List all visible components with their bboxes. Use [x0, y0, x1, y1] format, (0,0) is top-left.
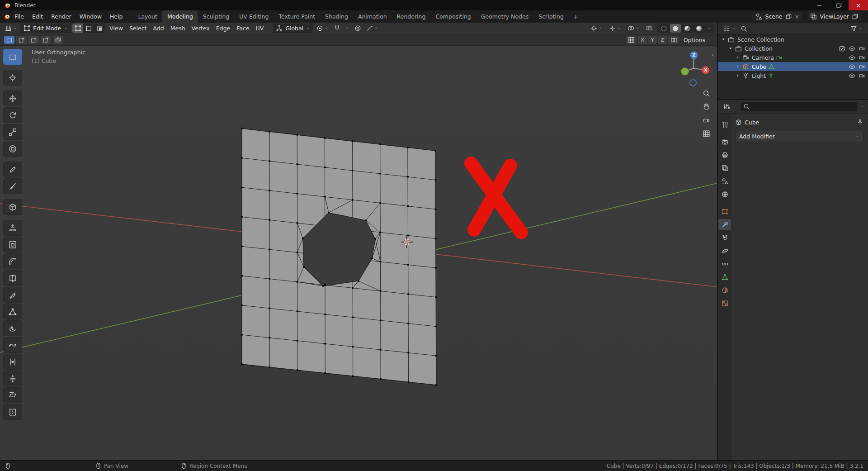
properties-tab-view-layer[interactable] — [718, 162, 731, 174]
disable-in-renders-toggle[interactable] — [859, 54, 865, 61]
tool-rip-region[interactable] — [3, 404, 22, 420]
editor-type-button[interactable] — [3, 24, 19, 33]
properties-tab-render[interactable] — [718, 136, 731, 147]
menubar-menu-help[interactable]: Help — [106, 10, 127, 23]
expander-icon[interactable] — [735, 55, 741, 60]
properties-tab-object-data[interactable] — [718, 271, 731, 283]
disable-in-renders-toggle[interactable] — [859, 45, 865, 52]
hide-in-viewport-toggle[interactable] — [849, 54, 855, 61]
tool-spin[interactable] — [3, 320, 22, 336]
hide-in-viewport-toggle[interactable] — [849, 63, 855, 70]
mirror-icon[interactable] — [669, 36, 679, 44]
minimize-button[interactable] — [810, 0, 829, 10]
camera-view-button[interactable] — [700, 114, 712, 126]
properties-tab-world[interactable] — [718, 189, 731, 200]
unlink-scene-icon[interactable]: × — [795, 13, 800, 20]
disable-in-renders-toggle[interactable] — [859, 63, 865, 70]
workspace-tab-animation[interactable]: Animation — [353, 10, 392, 23]
tool-poly-build[interactable] — [3, 304, 22, 319]
mode-dropdown[interactable]: Edit Mode — [20, 24, 71, 33]
viewport-3d[interactable]: ZX User Orthographic (1) Cube ‹ — [0, 46, 717, 461]
shading-rendered-button[interactable] — [693, 24, 704, 33]
tool-rotate[interactable] — [3, 107, 22, 123]
pin-icon[interactable] — [857, 119, 863, 126]
symmetry-toggle-x[interactable]: X — [638, 36, 647, 44]
expander-icon[interactable] — [721, 37, 726, 42]
show-gizmo-button[interactable] — [607, 24, 623, 33]
properties-tab-constraints[interactable] — [718, 258, 731, 270]
outliner-row-light[interactable]: Light — [718, 71, 868, 80]
collection-checkbox[interactable] — [839, 45, 845, 52]
blender-menu-icon[interactable] — [4, 13, 10, 20]
workspace-tab-scripting[interactable]: Scripting — [533, 10, 569, 23]
properties-tab-modifiers[interactable] — [718, 219, 731, 230]
perspective-toggle-button[interactable] — [700, 128, 712, 139]
transform-orientation-dropdown[interactable]: Global — [273, 24, 313, 33]
expander-icon[interactable] — [735, 64, 741, 69]
menubar-menu-file[interactable]: File — [10, 10, 28, 23]
viewport-menu-edge[interactable]: Edge — [213, 23, 233, 34]
tool-extrude-region[interactable] — [3, 220, 22, 236]
tool-add-cube[interactable] — [3, 199, 22, 215]
select-mode-subtract-button[interactable] — [28, 36, 39, 44]
properties-editor-type-button[interactable] — [722, 102, 737, 111]
navigation-gizmo[interactable]: ZX — [681, 52, 710, 86]
properties-search[interactable] — [741, 102, 857, 111]
close-button[interactable]: × — [849, 0, 868, 10]
outliner-row-cube[interactable]: Cube — [718, 62, 868, 71]
pan-view-button[interactable] — [700, 100, 712, 112]
workspace-tab-shading[interactable]: Shading — [320, 10, 353, 23]
outliner-row-collection[interactable]: Collection — [718, 44, 868, 53]
tool-annotate[interactable] — [3, 162, 22, 177]
expander-icon[interactable] — [728, 46, 733, 51]
outliner-row-scene-collection[interactable]: Scene Collection — [718, 35, 868, 44]
workspace-tab-uv-editing[interactable]: UV Editing — [234, 10, 274, 23]
properties-tab-scene[interactable] — [718, 176, 731, 187]
select-mode-intersect-button[interactable] — [53, 36, 63, 44]
zoom-view-button[interactable] — [700, 87, 712, 99]
sidebar-collapse-arrow[interactable]: ‹ — [712, 51, 714, 58]
add-workspace-button[interactable]: + — [569, 13, 583, 20]
show-overlays-button[interactable] — [626, 24, 642, 33]
menubar-menu-render[interactable]: Render — [47, 10, 75, 23]
tool-edge-slide[interactable] — [3, 354, 22, 370]
view-layer-selector[interactable]: ViewLayer — [807, 12, 862, 21]
workspace-tab-texture-paint[interactable]: Texture Paint — [274, 10, 320, 23]
pivot-point-button[interactable] — [315, 24, 330, 33]
outliner-editor-type-button[interactable] — [722, 24, 737, 33]
mesh-symmetry-icon[interactable] — [626, 36, 637, 44]
hide-in-viewport-toggle[interactable] — [849, 45, 855, 52]
viewport-menu-uv[interactable]: UV — [253, 23, 267, 34]
tool-cursor[interactable] — [3, 70, 22, 86]
shading-material-button[interactable] — [682, 24, 693, 33]
tool-inset-faces[interactable] — [3, 237, 22, 252]
tool-move[interactable] — [3, 90, 22, 106]
properties-tab-object[interactable] — [718, 206, 731, 217]
symmetry-toggle-y[interactable]: Y — [648, 36, 657, 44]
menubar-menu-edit[interactable]: Edit — [28, 10, 47, 23]
proportional-editing-button[interactable] — [353, 24, 363, 33]
select-mode-invert-button[interactable] — [41, 36, 51, 44]
properties-tab-physics[interactable] — [718, 245, 731, 257]
expander-icon[interactable] — [735, 73, 741, 78]
select-mode-extend-button[interactable] — [16, 36, 27, 44]
viewport-menu-select[interactable]: Select — [126, 23, 150, 34]
xray-toggle-button[interactable] — [644, 24, 655, 33]
tool-shrink-fatten[interactable] — [3, 371, 22, 386]
tool-loop-cut[interactable] — [3, 270, 22, 286]
edge-select-mode-button[interactable] — [83, 24, 94, 33]
proportional-falloff-button[interactable] — [364, 24, 380, 33]
properties-tab-material[interactable] — [718, 285, 731, 296]
viewport-canvas[interactable]: ZX — [0, 46, 717, 461]
workspace-tab-compositing[interactable]: Compositing — [430, 10, 476, 23]
workspace-tab-layout[interactable]: Layout — [133, 10, 162, 23]
vertex-select-mode-button[interactable] — [72, 24, 83, 33]
viewport-menu-add[interactable]: Add — [150, 23, 167, 34]
properties-tab-particles[interactable] — [718, 232, 731, 243]
viewport-menu-face[interactable]: Face — [233, 23, 252, 34]
tool-shear[interactable] — [3, 387, 22, 403]
workspace-tab-geometry-nodes[interactable]: Geometry Nodes — [476, 10, 533, 23]
select-mode-new-button[interactable] — [4, 36, 14, 44]
workspace-tab-rendering[interactable]: Rendering — [392, 10, 431, 23]
mesh-plane[interactable] — [241, 128, 437, 386]
